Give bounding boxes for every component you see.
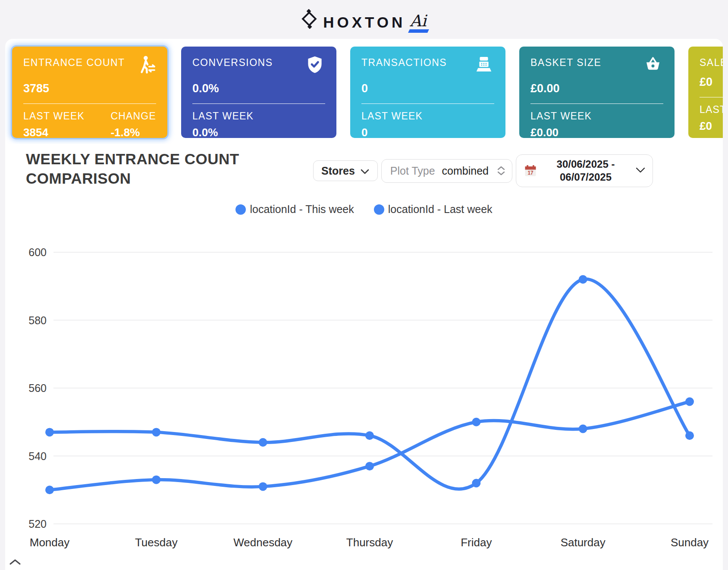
card-value: 0.0% [192, 82, 325, 95]
card-value: £0 [700, 75, 723, 89]
change-value: -1.8% [110, 126, 156, 139]
last-week-value: 0.0% [192, 126, 254, 139]
entrance-count-chart: 520540560580600MondayTuesdayWednesdayThu… [5, 229, 723, 557]
chevron-updown-icon [497, 166, 505, 175]
svg-text:520: 520 [28, 518, 47, 530]
walking-person-icon [136, 55, 156, 75]
basket-size-card[interactable]: BASKET SIZE £0.00 LAST WEEK £0.00 [519, 47, 675, 138]
svg-text:Monday: Monday [30, 536, 70, 549]
svg-text:Sunday: Sunday [671, 536, 709, 549]
last-week-label: LAST WEEK [700, 104, 723, 116]
basket-icon [643, 55, 663, 75]
plot-type-select[interactable]: Plot Type combined [381, 159, 512, 183]
page-title: WEEKLY ENTRANCE COUNT COMPARISON [26, 149, 267, 188]
date-range-value: 30/06/2025 - 06/07/2025 [540, 158, 632, 184]
legend-dot [235, 204, 246, 215]
legend-dot [374, 204, 384, 215]
card-value: 0 [361, 82, 494, 95]
card-title: SALES [700, 57, 723, 69]
top-bar: HOXTON Ai [0, 0, 728, 39]
svg-text:540: 540 [28, 450, 47, 462]
date-range-picker[interactable]: 17 30/06/2025 - 06/07/2025 [516, 154, 653, 187]
transactions-card[interactable]: TRANSACTIONS 0 LAST [350, 47, 505, 138]
legend-item-last-week[interactable]: locationId - Last week [374, 203, 493, 216]
svg-text:560: 560 [28, 382, 47, 394]
svg-text:Saturday: Saturday [561, 536, 606, 549]
chart-legend: locationId - This week locationId - Last… [5, 203, 723, 216]
chevron-down-icon [360, 165, 370, 177]
svg-text:Tuesday: Tuesday [135, 536, 178, 549]
stores-label: Stores [321, 165, 355, 177]
collapse-chevron-up-icon[interactable] [8, 556, 22, 568]
conversions-card[interactable]: CONVERSIONS 0.0% LAST WEEK 0.0% [181, 47, 336, 138]
hoxton-diamond-icon [300, 9, 319, 31]
last-week-value: 0 [361, 126, 423, 139]
card-value: 3785 [23, 82, 156, 95]
legend-label: locationId - Last week [388, 203, 493, 216]
svg-text:Friday: Friday [461, 536, 492, 549]
legend-item-this-week[interactable]: locationId - This week [235, 203, 354, 216]
entrance-count-card[interactable]: ENTRANCE COUNT 3785 LAST WEEK 3854 CH [12, 47, 167, 138]
stores-dropdown[interactable]: Stores [313, 160, 378, 181]
chart-controls: Stores Plot Type combined 17 [313, 154, 653, 187]
svg-text:Wednesday: Wednesday [233, 536, 292, 549]
last-week-label: LAST WEEK [23, 110, 85, 122]
last-week-label: LAST WEEK [530, 110, 592, 122]
logo-ai-text: Ai [410, 13, 428, 30]
card-title: TRANSACTIONS [361, 57, 447, 69]
chevron-down-icon [635, 167, 646, 175]
legend-label: locationId - This week [250, 203, 354, 216]
last-week-value: 3854 [23, 126, 85, 139]
cash-register-icon [474, 55, 494, 75]
last-week-label: LAST WEEK [192, 110, 254, 122]
svg-text:Thursday: Thursday [346, 536, 393, 549]
svg-text:580: 580 [28, 314, 47, 326]
plot-type-value: combined [442, 165, 489, 177]
card-title: ENTRANCE COUNT [23, 57, 125, 69]
change-label: CHANGE [110, 110, 156, 122]
svg-text:17: 17 [527, 170, 533, 176]
last-week-label: LAST WEEK [361, 110, 423, 122]
sales-card[interactable]: SALES £0 LAST WEEK £0 [688, 47, 723, 138]
main-panel: ENTRANCE COUNT 3785 LAST WEEK 3854 CH [5, 39, 723, 570]
card-value: £0.00 [530, 82, 663, 95]
hoxton-logo: HOXTON Ai [300, 9, 428, 30]
last-week-value: £0.00 [530, 126, 592, 139]
card-title: CONVERSIONS [192, 57, 273, 69]
shield-check-icon [305, 55, 325, 75]
logo-text: HOXTON [323, 15, 405, 30]
calendar-icon: 17 [524, 164, 537, 177]
last-week-value: £0 [700, 119, 723, 133]
kpi-cards-row: ENTRANCE COUNT 3785 LAST WEEK 3854 CH [5, 39, 723, 144]
card-title: BASKET SIZE [530, 57, 601, 69]
svg-text:600: 600 [28, 246, 47, 258]
plot-type-label: Plot Type [390, 165, 435, 177]
